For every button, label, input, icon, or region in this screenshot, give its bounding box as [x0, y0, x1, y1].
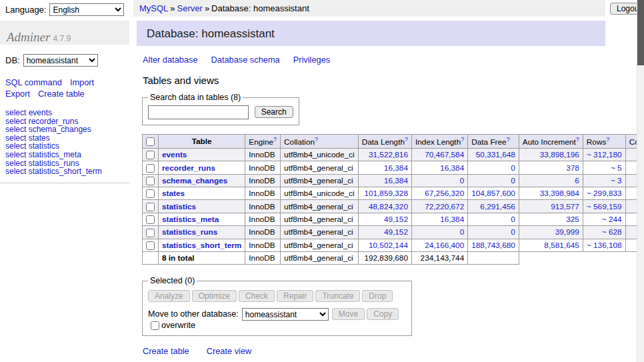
create-table-link[interactable]: Create table — [143, 346, 189, 356]
data-length-link[interactable]: 16,384 — [384, 163, 408, 173]
data-free-link[interactable]: 0 — [511, 176, 515, 185]
scrollbar-thumb[interactable] — [637, 0, 644, 65]
optimize-button[interactable]: Optimize — [192, 290, 237, 302]
auto-increment-link[interactable]: 378 — [566, 163, 579, 173]
row-select-checkbox[interactable] — [146, 151, 155, 159]
row-select-checkbox[interactable] — [146, 203, 155, 211]
auto-increment-link[interactable]: 39,999 — [555, 227, 579, 237]
row-select-checkbox[interactable] — [146, 177, 155, 185]
data-free-link[interactable]: 6,291,456 — [480, 202, 515, 211]
table-name-link[interactable]: states — [162, 189, 185, 198]
vertical-scrollbar[interactable] — [637, 0, 644, 362]
data-free-link[interactable]: 188,743,680 — [471, 241, 515, 250]
auto-increment-help-link[interactable]: ? — [576, 136, 579, 143]
data-length-link[interactable]: 101,859,328 — [364, 189, 408, 198]
table-name-link[interactable]: events — [162, 150, 187, 159]
move-button[interactable]: Move — [332, 308, 365, 320]
row-count-link[interactable]: ~ 136,108 — [587, 241, 622, 250]
index-length-link[interactable]: 67,256,320 — [425, 189, 464, 198]
data-length-link[interactable]: 48,824,320 — [369, 202, 408, 211]
index-length-link[interactable]: 0 — [460, 176, 465, 185]
data-length-link[interactable]: 49,152 — [384, 227, 408, 237]
truncate-button[interactable]: Truncate — [315, 290, 360, 302]
overwrite-checkbox[interactable] — [151, 321, 159, 330]
index-length-link[interactable]: 24,166,400 — [425, 241, 464, 250]
auto-increment-link[interactable]: 33,398,984 — [540, 189, 579, 198]
import-link[interactable]: Import — [70, 77, 94, 87]
row-count-link[interactable]: ~ 244 — [602, 215, 622, 224]
header-auto-increment: Auto Increment? — [519, 135, 583, 149]
table-name-link[interactable]: statistics_short_term — [162, 241, 241, 250]
data-free-link[interactable]: 104,857,600 — [471, 189, 515, 198]
data-free-link[interactable]: 0 — [511, 215, 515, 224]
analyze-button[interactable]: Analyze — [148, 290, 190, 302]
row-select-checkbox[interactable] — [146, 164, 155, 173]
cell-rows: ~ 569,159 — [583, 200, 625, 213]
data-length-link[interactable]: 10,502,144 — [369, 241, 408, 250]
data-length-link[interactable]: 49,152 — [384, 215, 408, 224]
data-free-link[interactable]: 50,331,648 — [476, 150, 515, 159]
auto-increment-link[interactable]: 913,577 — [551, 202, 579, 211]
table-name-link[interactable]: statistics_runs — [162, 227, 217, 237]
sidebar-item-select-schema-changes[interactable]: select schema_changes — [5, 125, 129, 134]
row-count-link[interactable]: ~ 569,159 — [587, 202, 622, 211]
select-all-checkbox[interactable] — [146, 137, 155, 146]
export-link[interactable]: Export — [5, 89, 30, 99]
data-free-help-link[interactable]: ? — [507, 136, 510, 143]
db-select[interactable]: homeassistant — [23, 54, 98, 67]
sql-command-link[interactable]: SQL command — [5, 77, 62, 87]
index-length-help-link[interactable]: ? — [461, 136, 464, 143]
row-count-link[interactable]: ~ 312,180 — [587, 150, 622, 159]
row-count-link[interactable]: ~ 299,833 — [587, 189, 622, 198]
search-input[interactable] — [148, 105, 249, 119]
sidebar-item-select-statistics-meta[interactable]: select statistics_meta — [5, 151, 129, 159]
auto-increment-link[interactable]: 8,581,645 — [544, 241, 579, 250]
engine-help-link[interactable]: ? — [273, 136, 277, 143]
data-free-link[interactable]: 0 — [511, 163, 515, 173]
drop-button[interactable]: Drop — [362, 290, 393, 302]
index-length-link[interactable]: 0 — [460, 227, 465, 237]
row-select-checkbox[interactable] — [146, 241, 155, 250]
index-length-link[interactable]: 16,384 — [440, 215, 464, 224]
row-select-checkbox[interactable] — [146, 215, 155, 224]
data-length-link[interactable]: 16,384 — [384, 176, 408, 185]
data-length-help-link[interactable]: ? — [405, 136, 408, 143]
data-free-link[interactable]: 0 — [511, 227, 515, 237]
breadcrumb-mysql-link[interactable]: MySQL — [139, 3, 168, 13]
index-length-link[interactable]: 70,467,584 — [425, 150, 464, 159]
table-name-link[interactable]: statistics_meta — [162, 215, 219, 224]
table-name-link[interactable]: schema_changes — [162, 176, 227, 185]
database-schema-link[interactable]: Database schema — [211, 55, 280, 65]
alter-database-link[interactable]: Alter database — [143, 55, 198, 65]
privileges-link[interactable]: Privileges — [293, 55, 330, 65]
table-name-link[interactable]: recorder_runs — [162, 163, 215, 173]
row-count-link[interactable]: ~ 3 — [611, 176, 622, 185]
table-name-link[interactable]: statistics — [162, 202, 196, 211]
collation-help-link[interactable]: ? — [315, 136, 318, 143]
auto-increment-link[interactable]: 325 — [566, 215, 579, 224]
row-select-checkbox[interactable] — [146, 189, 155, 198]
row-count-link[interactable]: ~ 628 — [602, 227, 622, 237]
row-count-link[interactable]: ~ 5 — [611, 163, 622, 173]
sidebar-item-select-statistics-short-term[interactable]: select statistics_short_term — [5, 167, 129, 176]
copy-button[interactable]: Copy — [367, 308, 399, 320]
repair-button[interactable]: Repair — [277, 290, 313, 302]
row-select-checkbox[interactable] — [146, 229, 155, 237]
move-db-select[interactable]: homeassistant — [242, 308, 329, 321]
search-button[interactable]: Search — [255, 106, 293, 118]
adminer-logo-text[interactable]: Adminer — [7, 30, 50, 44]
data-length-link[interactable]: 31,522,816 — [369, 150, 408, 159]
check-button[interactable]: Check — [239, 290, 275, 302]
language-select[interactable]: English — [49, 3, 124, 16]
cell-data-length: 16,384 — [358, 161, 411, 174]
index-length-link[interactable]: 72,220,672 — [425, 202, 464, 211]
total-data-length: 192,839,680 — [358, 252, 411, 265]
auto-increment-link[interactable]: 6 — [575, 176, 579, 185]
rows-help-link[interactable]: ? — [606, 136, 609, 143]
sidebar-item-select-events[interactable]: select events — [5, 109, 129, 117]
create-view-link[interactable]: Create view — [207, 346, 252, 356]
create-table-link-sidebar[interactable]: Create table — [38, 89, 85, 99]
breadcrumb-server-link[interactable]: Server — [177, 3, 203, 13]
index-length-link[interactable]: 16,384 — [440, 163, 464, 173]
auto-increment-link[interactable]: 33,898,196 — [540, 150, 579, 159]
